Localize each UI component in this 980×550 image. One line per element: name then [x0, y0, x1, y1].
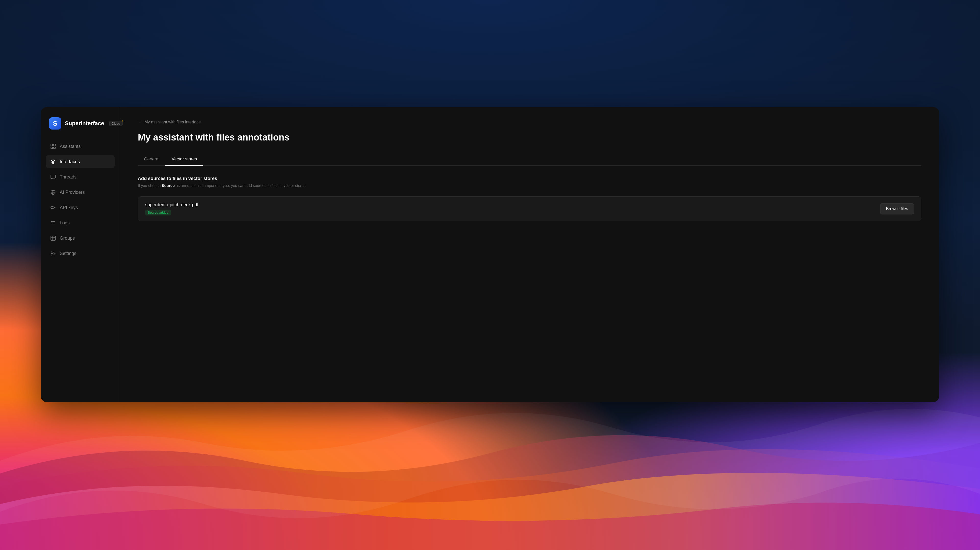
- tab-general[interactable]: General: [138, 153, 165, 166]
- browse-files-button[interactable]: Browse files: [880, 203, 914, 214]
- grid-icon: [50, 143, 56, 149]
- key-icon: [50, 204, 56, 211]
- logo-area: S Superinterface Cloud: [46, 117, 115, 138]
- sidebar-item-logs-label: Logs: [60, 220, 70, 226]
- svg-rect-4: [51, 175, 56, 178]
- app-name: Superinterface: [65, 120, 104, 127]
- svg-rect-0: [51, 144, 52, 146]
- svg-rect-3: [54, 147, 56, 149]
- svg-rect-2: [51, 147, 52, 149]
- sidebar-item-api-keys[interactable]: API keys: [46, 201, 115, 214]
- section-subtext: If you choose Source as annotations comp…: [138, 183, 921, 189]
- svg-rect-8: [51, 206, 54, 209]
- sidebar-item-settings[interactable]: Settings: [46, 247, 115, 260]
- sidebar-item-ai-providers[interactable]: AI Providers: [46, 185, 115, 199]
- sidebar-item-interfaces-label: Interfaces: [60, 159, 80, 165]
- sidebar-item-threads-label: Threads: [60, 174, 76, 180]
- sidebar-item-assistants[interactable]: Assistants: [46, 140, 115, 153]
- sidebar-item-threads[interactable]: Threads: [46, 170, 115, 184]
- sidebar: S Superinterface Cloud Assistants: [41, 107, 120, 402]
- svg-rect-15: [51, 236, 56, 241]
- cloud-badge: Cloud: [109, 121, 123, 126]
- breadcrumb-link[interactable]: My assistant with files interface: [145, 120, 201, 124]
- sidebar-item-interfaces[interactable]: Interfaces: [46, 155, 115, 168]
- table-icon: [50, 235, 56, 241]
- tabs-bar: General Vector stores: [138, 153, 921, 166]
- sidebar-item-groups-label: Groups: [60, 236, 75, 241]
- app-logo-icon: S: [49, 117, 61, 130]
- file-name: superdemo-pitch-deck.pdf: [145, 202, 198, 208]
- sidebar-item-assistants-label: Assistants: [60, 144, 81, 149]
- status-badge: Source added: [145, 209, 171, 216]
- chat-icon: [50, 174, 56, 180]
- sidebar-item-ai-providers-label: AI Providers: [60, 190, 85, 195]
- page-title: My assistant with files annotations: [138, 132, 921, 143]
- breadcrumb: ← My assistant with files interface: [138, 120, 921, 124]
- file-row: superdemo-pitch-deck.pdf Source added Br…: [138, 197, 921, 221]
- app-window: S Superinterface Cloud Assistants: [41, 107, 939, 402]
- sidebar-item-groups[interactable]: Groups: [46, 231, 115, 245]
- sidebar-item-settings-label: Settings: [60, 251, 76, 256]
- tab-vector-stores[interactable]: Vector stores: [165, 153, 203, 166]
- main-content: ← My assistant with files interface My a…: [120, 107, 939, 402]
- sidebar-item-api-keys-label: API keys: [60, 205, 78, 210]
- file-info: superdemo-pitch-deck.pdf Source added: [145, 202, 198, 216]
- sidebar-item-logs[interactable]: Logs: [46, 216, 115, 230]
- svg-rect-1: [54, 144, 56, 146]
- globe-icon: [50, 189, 56, 195]
- svg-point-20: [52, 253, 54, 254]
- gear-icon: [50, 250, 56, 257]
- list-icon: [50, 220, 56, 226]
- layers-icon: [50, 159, 56, 165]
- breadcrumb-arrow: ←: [138, 120, 142, 124]
- section-heading: Add sources to files in vector stores: [138, 176, 921, 181]
